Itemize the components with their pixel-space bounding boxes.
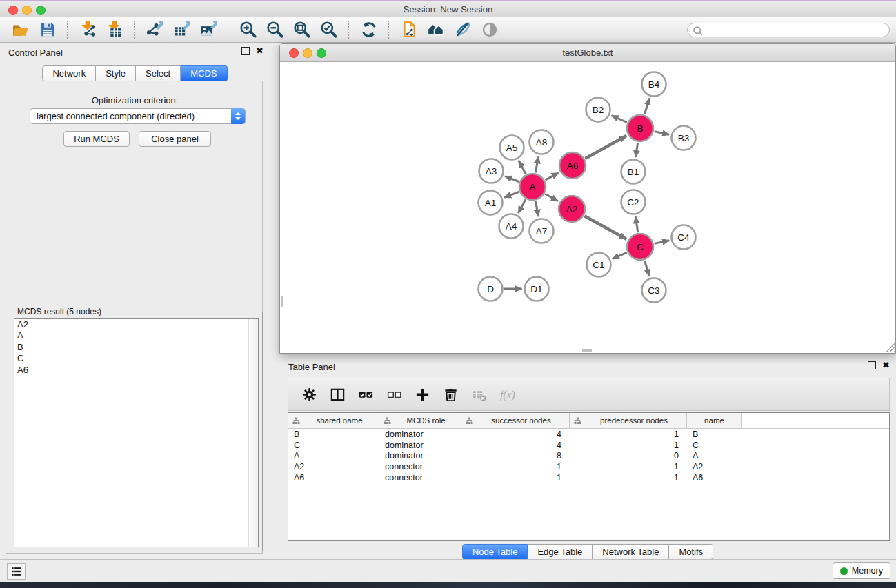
column-header-successor-nodes[interactable]: successor nodes bbox=[461, 413, 570, 428]
export-network-button[interactable] bbox=[141, 19, 168, 41]
table-row[interactable]: A2connector11A2 bbox=[288, 461, 889, 472]
delete-column-button[interactable] bbox=[441, 385, 459, 403]
graph-edge-A-A3[interactable] bbox=[505, 176, 519, 182]
add-column-button[interactable] bbox=[413, 385, 431, 403]
graph-node-A5[interactable]: A5 bbox=[500, 136, 524, 160]
network-graph[interactable]: ABCA6A2A1A3A4A5A7A8B1B2B3B4C1C2C3C4DD1 bbox=[280, 62, 895, 353]
select-all-checkboxes-button[interactable] bbox=[357, 385, 375, 403]
mcds-result-list[interactable]: A2ABCA6 bbox=[14, 318, 259, 547]
hide-graphics-details-button[interactable] bbox=[449, 19, 476, 41]
graph-edge-C-C1[interactable] bbox=[613, 252, 627, 258]
graph-edge-A-A6[interactable] bbox=[546, 173, 559, 180]
first-neighbors-button[interactable] bbox=[422, 19, 449, 41]
mcds-result-item[interactable]: A bbox=[14, 330, 258, 341]
mcds-result-item[interactable]: A2 bbox=[14, 319, 258, 330]
save-session-button[interactable] bbox=[34, 19, 61, 41]
memory-button[interactable]: Memory bbox=[833, 562, 890, 579]
run-mcds-button[interactable]: Run MCDS bbox=[63, 131, 130, 147]
network-vertical-scrollbar[interactable] bbox=[281, 296, 283, 307]
table-settings-button[interactable] bbox=[300, 385, 318, 403]
close-table-panel-icon[interactable]: ✖ bbox=[882, 361, 890, 369]
network-horizontal-scrollbar[interactable] bbox=[582, 349, 592, 352]
table-row[interactable]: Adominator80A bbox=[288, 450, 889, 461]
graph-node-B3[interactable]: B3 bbox=[672, 126, 696, 150]
graph-node-A6[interactable]: A6 bbox=[559, 152, 586, 179]
graph-node-C2[interactable]: C2 bbox=[621, 190, 646, 214]
tab-edge-table[interactable]: Edge Table bbox=[528, 544, 593, 560]
tab-select[interactable]: Select bbox=[136, 65, 181, 81]
graph-node-D[interactable]: D bbox=[479, 277, 503, 301]
split-panel-button[interactable] bbox=[328, 385, 346, 403]
graph-edge-A-A5[interactable] bbox=[519, 161, 526, 174]
graph-edge-A-A8[interactable] bbox=[535, 156, 539, 172]
apply-preferred-layout-button[interactable] bbox=[355, 19, 382, 41]
mcds-result-item[interactable]: C bbox=[14, 353, 258, 364]
graph-node-B1[interactable]: B1 bbox=[621, 160, 646, 184]
graph-edge-B-B2[interactable] bbox=[612, 116, 627, 123]
column-header-predecessor-nodes[interactable]: predecessor nodes bbox=[570, 413, 687, 428]
new-network-from-selection-button[interactable] bbox=[395, 19, 422, 41]
export-image-button[interactable] bbox=[195, 19, 221, 41]
graph-node-C1[interactable]: C1 bbox=[587, 253, 611, 277]
float-table-panel-icon[interactable] bbox=[868, 361, 876, 369]
graph-edge-A2-C[interactable] bbox=[584, 216, 626, 239]
graph-edge-C-C4[interactable] bbox=[655, 241, 670, 244]
graph-node-C3[interactable]: C3 bbox=[642, 278, 666, 303]
graph-node-A1[interactable]: A1 bbox=[479, 191, 503, 215]
graph-node-A3[interactable]: A3 bbox=[479, 159, 504, 183]
graph-edge-A6-B[interactable] bbox=[585, 136, 626, 159]
graph-edge-B-B3[interactable] bbox=[655, 132, 670, 135]
network-window-titlebar[interactable]: testGlobe.txt bbox=[280, 44, 895, 62]
graph-node-D1[interactable]: D1 bbox=[525, 277, 549, 301]
graph-edge-A-A1[interactable] bbox=[504, 192, 519, 197]
table-row[interactable]: A6connector11A6 bbox=[288, 472, 889, 483]
task-history-button[interactable] bbox=[7, 563, 26, 580]
network-canvas[interactable]: ABCA6A2A1A3A4A5A7A8B1B2B3B4C1C2C3C4DD1 bbox=[280, 62, 895, 353]
zoom-selected-button[interactable] bbox=[315, 19, 342, 41]
import-table-button[interactable] bbox=[101, 19, 128, 41]
tab-node-table[interactable]: Node Table bbox=[462, 544, 528, 560]
tab-style[interactable]: Style bbox=[96, 65, 136, 81]
tab-network-table[interactable]: Network Table bbox=[593, 544, 669, 560]
graph-node-A[interactable]: A bbox=[519, 174, 546, 200]
graph-node-B4[interactable]: B4 bbox=[642, 72, 666, 97]
close-panel-icon[interactable]: ✖ bbox=[256, 47, 263, 55]
tab-motifs[interactable]: Motifs bbox=[669, 544, 713, 560]
graph-edge-B-B4[interactable] bbox=[644, 99, 649, 115]
close-panel-button[interactable]: Close panel bbox=[139, 131, 211, 147]
zoom-fit-button[interactable] bbox=[288, 19, 315, 41]
mcds-result-item[interactable]: B bbox=[14, 342, 258, 353]
table-row[interactable]: Bdominator41B bbox=[288, 429, 889, 440]
float-panel-icon[interactable] bbox=[241, 47, 250, 55]
graph-node-A2[interactable]: A2 bbox=[559, 196, 585, 222]
column-header-name[interactable]: name bbox=[687, 413, 742, 428]
graph-node-B[interactable]: B bbox=[627, 115, 653, 141]
graph-node-C4[interactable]: C4 bbox=[672, 225, 696, 250]
deselect-all-checkboxes-button[interactable] bbox=[385, 385, 403, 403]
graph-node-A4[interactable]: A4 bbox=[499, 214, 524, 239]
search-input[interactable] bbox=[687, 23, 890, 37]
graph-node-A8[interactable]: A8 bbox=[530, 130, 554, 154]
graph-node-B2[interactable]: B2 bbox=[586, 98, 610, 122]
graph-edge-A-A4[interactable] bbox=[518, 199, 526, 213]
table-row[interactable]: Cdominator41C bbox=[288, 440, 889, 451]
export-table-button[interactable] bbox=[168, 19, 195, 41]
zoom-out-button[interactable] bbox=[261, 19, 288, 41]
graph-edge-C-C3[interactable] bbox=[644, 261, 649, 276]
graph-edge-C-C2[interactable] bbox=[635, 216, 638, 232]
open-session-button[interactable] bbox=[7, 19, 34, 41]
graph-edge-A-A2[interactable] bbox=[545, 194, 558, 201]
tab-network[interactable]: Network bbox=[42, 65, 96, 81]
zoom-in-button[interactable] bbox=[235, 19, 261, 41]
mcds-list-scrollbar[interactable] bbox=[248, 319, 258, 547]
graph-edge-B-B1[interactable] bbox=[635, 143, 637, 157]
graph-edge-A-A7[interactable] bbox=[535, 201, 539, 216]
graph-node-A7[interactable]: A7 bbox=[530, 219, 554, 243]
graph-node-C[interactable]: C bbox=[627, 234, 653, 260]
column-header-shared-name[interactable]: shared name bbox=[288, 413, 379, 428]
column-header-mcds-role[interactable]: MCDS role bbox=[379, 413, 461, 428]
import-network-button[interactable] bbox=[74, 19, 101, 41]
tab-mcds[interactable]: MCDS bbox=[181, 65, 227, 81]
optimization-criterion-dropdown[interactable]: largest connected component (directed) bbox=[30, 108, 246, 124]
mcds-result-item[interactable]: A6 bbox=[14, 365, 258, 376]
